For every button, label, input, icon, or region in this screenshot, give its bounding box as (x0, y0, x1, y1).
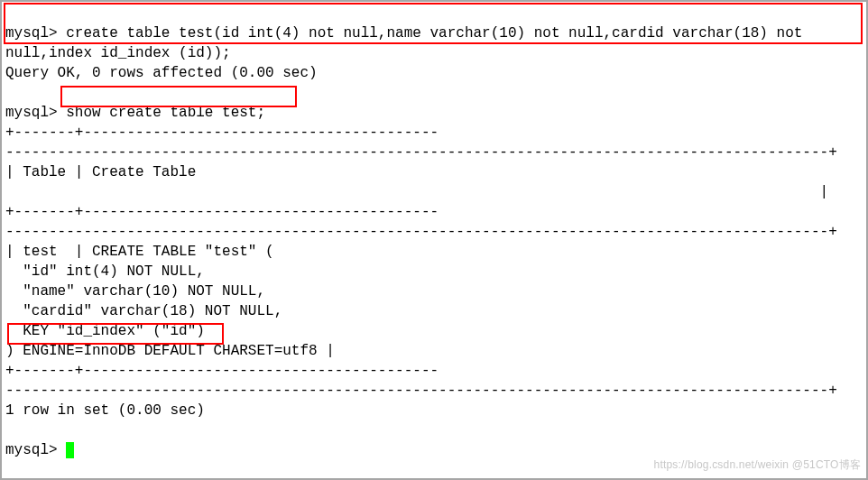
terminal-output: mysql> create table test(id int(4) not n… (0, 0, 868, 464)
command-show: show create table test; (58, 105, 265, 121)
table-sep: ----------------------------------------… (5, 144, 837, 161)
command-create-1: create table test(id int(4) not null,nam… (58, 25, 811, 42)
table-sep: ----------------------------------------… (5, 383, 837, 399)
create-row-4: "cardid" varchar(18) NOT NULL, (5, 303, 282, 319)
table-sep: ----------------------------------------… (5, 224, 837, 240)
create-row-3: "name" varchar(10) NOT NULL, (5, 283, 265, 300)
table-header-end: | (5, 184, 828, 200)
prompt: mysql> (5, 25, 58, 42)
table-header: | Table | Create Table (5, 164, 845, 180)
prompt: mysql> (5, 105, 58, 121)
create-row-6: ) ENGINE=InnoDB DEFAULT CHARSET=utf8 | (5, 343, 335, 359)
create-row-1: | test | CREATE TABLE "test" ( (5, 244, 274, 260)
command-create-2: null,index id_index (id)); (5, 45, 231, 61)
watermark: https://blog.csdn.net/weixin @51CTO博客 (654, 455, 861, 475)
table-sep: +-------+-------------------------------… (5, 125, 439, 141)
cursor[interactable] (66, 442, 74, 458)
response-query-ok: Query OK, 0 rows affected (0.00 sec) (5, 65, 318, 81)
response-rows: 1 row in set (0.00 sec) (5, 402, 205, 419)
create-row-2: "id" int(4) NOT NULL, (5, 263, 205, 280)
create-row-5: KEY "id_index" ("id") (5, 323, 205, 339)
table-sep: +-------+-------------------------------… (5, 363, 439, 379)
table-sep: +-------+-------------------------------… (5, 204, 439, 220)
prompt: mysql> (5, 442, 58, 458)
